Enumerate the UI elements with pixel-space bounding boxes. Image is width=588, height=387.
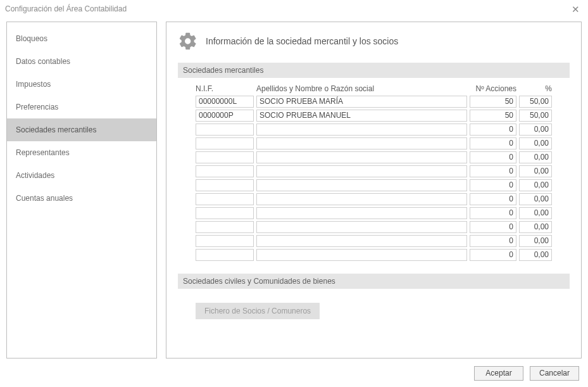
cell-percent[interactable]: 0,00 — [519, 193, 552, 205]
table-row: 00,00 — [196, 207, 552, 219]
cell-name[interactable] — [256, 249, 467, 261]
cell-name[interactable] — [256, 124, 467, 136]
cell-percent[interactable]: 0,00 — [519, 179, 552, 191]
cell-nif[interactable] — [196, 193, 254, 205]
cell-percent[interactable]: 0,00 — [519, 151, 552, 163]
panel-heading-text: Información de la sociedad mercantil y l… — [206, 36, 398, 46]
sidebar-item-label: Actividades — [16, 171, 54, 180]
close-icon[interactable]: ✕ — [568, 4, 583, 14]
cell-percent[interactable]: 0,00 — [519, 165, 552, 177]
sidebar-item[interactable]: Sociedades mercantiles — [7, 118, 156, 141]
table-row: 00,00 — [196, 235, 552, 247]
sidebar-item-label: Preferencias — [16, 103, 58, 111]
sidebar-item-label: Cuentas anuales — [16, 194, 73, 203]
cell-nif[interactable] — [196, 207, 254, 219]
sidebar-item-label: Datos contables — [16, 57, 70, 66]
cell-name[interactable]: SOCIO PRUEBA MANUEL — [256, 110, 467, 122]
dialog-footer: Aceptar Cancelar — [0, 364, 588, 381]
table-row: 00,00 — [196, 124, 552, 136]
sidebar-item[interactable]: Preferencias — [7, 96, 156, 118]
cell-name[interactable] — [256, 179, 467, 191]
sidebar: BloqueosDatos contablesImpuestosPreferen… — [6, 22, 157, 358]
cell-acciones[interactable]: 0 — [470, 151, 516, 163]
col-header-percent: % — [519, 84, 552, 93]
cell-name[interactable] — [256, 207, 467, 219]
sidebar-item-label: Impuestos — [16, 80, 51, 89]
cell-acciones[interactable]: 0 — [470, 179, 516, 191]
cancel-button[interactable]: Cancelar — [530, 366, 579, 381]
cell-acciones[interactable]: 0 — [470, 193, 516, 205]
table-row: 00,00 — [196, 221, 552, 233]
cell-nif[interactable] — [196, 221, 254, 233]
cell-nif[interactable] — [196, 151, 254, 163]
col-header-name: Apellidos y Nombre o Razón social — [256, 84, 467, 93]
section-sociedades-mercantiles: Sociedades mercantiles — [178, 63, 570, 78]
table-row: 0000000PSOCIO PRUEBA MANUEL5050,00 — [196, 110, 552, 122]
sidebar-item[interactable]: Impuestos — [7, 73, 156, 96]
cell-acciones[interactable]: 50 — [470, 96, 516, 108]
sidebar-item[interactable]: Actividades — [7, 164, 156, 187]
cell-name[interactable] — [256, 137, 467, 149]
fichero-socios-button[interactable]: Fichero de Socios / Comuneros — [196, 303, 320, 319]
cell-name[interactable] — [256, 221, 467, 233]
table-header: N.I.F. Apellidos y Nombre o Razón social… — [196, 84, 552, 96]
cell-acciones[interactable]: 0 — [470, 221, 516, 233]
sidebar-item[interactable]: Representantes — [7, 141, 156, 164]
content-area: BloqueosDatos contablesImpuestosPreferen… — [0, 18, 588, 364]
cell-percent[interactable]: 0,00 — [519, 207, 552, 219]
col-header-acciones: Nº Acciones — [470, 84, 516, 93]
sidebar-item-label: Bloqueos — [16, 34, 47, 43]
table-row: 00,00 — [196, 165, 552, 177]
table-row: 00000000LSOCIO PRUEBA MARÍA5050,00 — [196, 96, 552, 108]
cell-acciones[interactable]: 0 — [470, 235, 516, 247]
cell-acciones[interactable]: 50 — [470, 110, 516, 122]
window-title: Configuración del Área Contabilidad — [5, 4, 568, 13]
cell-acciones[interactable]: 0 — [470, 207, 516, 219]
sidebar-item[interactable]: Cuentas anuales — [7, 187, 156, 210]
cell-nif[interactable] — [196, 235, 254, 247]
cell-name[interactable] — [256, 235, 467, 247]
panel-heading: Información de la sociedad mercantil y l… — [178, 31, 570, 51]
table-row: 00,00 — [196, 179, 552, 191]
sidebar-item-label: Sociedades mercantiles — [16, 125, 96, 134]
cell-percent[interactable]: 0,00 — [519, 137, 552, 149]
cell-nif[interactable] — [196, 249, 254, 261]
cell-name[interactable] — [256, 165, 467, 177]
cell-nif[interactable]: 0000000P — [196, 110, 254, 122]
cell-nif[interactable] — [196, 179, 254, 191]
cell-name[interactable] — [256, 151, 467, 163]
sidebar-item[interactable]: Bloqueos — [7, 27, 156, 50]
col-header-nif: N.I.F. — [196, 84, 254, 93]
cell-nif[interactable] — [196, 124, 254, 136]
cell-nif[interactable] — [196, 137, 254, 149]
partners-table: N.I.F. Apellidos y Nombre o Razón social… — [178, 84, 570, 261]
cell-percent[interactable]: 50,00 — [519, 110, 552, 122]
cell-name[interactable]: SOCIO PRUEBA MARÍA — [256, 96, 467, 108]
cell-acciones[interactable]: 0 — [470, 165, 516, 177]
cell-percent[interactable]: 0,00 — [519, 124, 552, 136]
table-row: 00,00 — [196, 249, 552, 261]
cell-name[interactable] — [256, 193, 467, 205]
accept-button[interactable]: Aceptar — [474, 366, 523, 381]
cell-acciones[interactable]: 0 — [470, 249, 516, 261]
cell-nif[interactable]: 00000000L — [196, 96, 254, 108]
cell-percent[interactable]: 0,00 — [519, 249, 552, 261]
sidebar-item[interactable]: Datos contables — [7, 50, 156, 73]
section-sociedades-civiles: Sociedades civiles y Comunidades de bien… — [178, 274, 570, 289]
gear-icon — [178, 31, 198, 51]
cell-percent[interactable]: 50,00 — [519, 96, 552, 108]
cell-nif[interactable] — [196, 165, 254, 177]
table-row: 00,00 — [196, 137, 552, 149]
main-panel: Información de la sociedad mercantil y l… — [166, 22, 582, 358]
table-row: 00,00 — [196, 151, 552, 163]
title-bar: Configuración del Área Contabilidad ✕ — [0, 0, 588, 18]
cell-acciones[interactable]: 0 — [470, 137, 516, 149]
cell-acciones[interactable]: 0 — [470, 124, 516, 136]
table-row: 00,00 — [196, 193, 552, 205]
sidebar-item-label: Representantes — [16, 148, 70, 157]
cell-percent[interactable]: 0,00 — [519, 221, 552, 233]
cell-percent[interactable]: 0,00 — [519, 235, 552, 247]
